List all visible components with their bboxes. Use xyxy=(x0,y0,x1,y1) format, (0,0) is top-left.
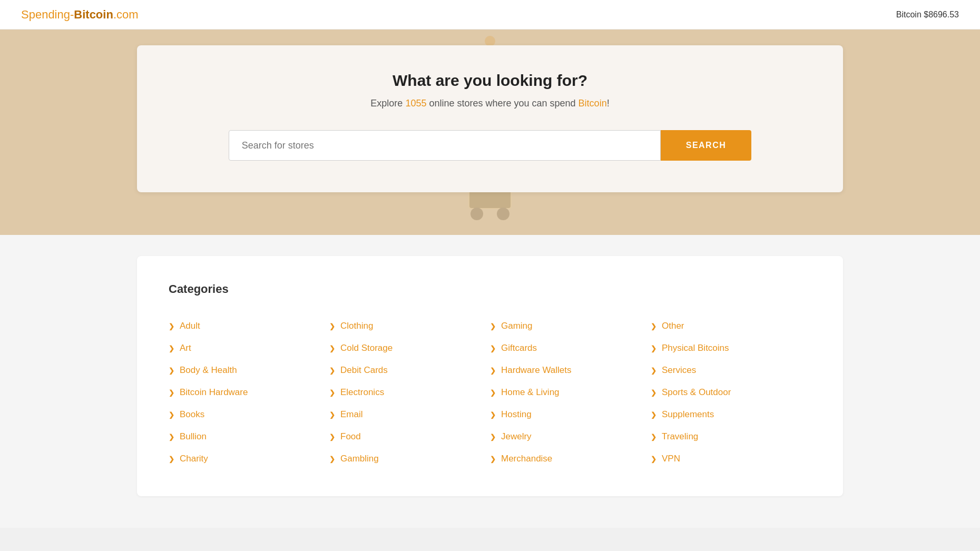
category-arrow-icon: ❯ xyxy=(169,322,174,330)
categories-grid: ❯Adult❯Art❯Body & Health❯Bitcoin Hardwar… xyxy=(169,315,811,470)
category-label: Other xyxy=(662,321,684,331)
category-arrow-icon: ❯ xyxy=(490,367,496,375)
bitcoin-label: Bitcoin xyxy=(579,98,607,109)
category-item-charity[interactable]: ❯Charity xyxy=(169,448,329,470)
subtitle-before: Explore xyxy=(370,98,405,109)
category-arrow-icon: ❯ xyxy=(490,411,496,419)
category-label: Merchandise xyxy=(501,454,552,464)
category-arrow-icon: ❯ xyxy=(329,455,335,463)
category-arrow-icon: ❯ xyxy=(651,411,656,419)
category-arrow-icon: ❯ xyxy=(329,367,335,375)
category-item-merchandise[interactable]: ❯Merchandise xyxy=(490,448,651,470)
category-label: Home & Living xyxy=(501,387,560,398)
category-item-hosting[interactable]: ❯Hosting xyxy=(490,404,651,426)
categories-title: Categories xyxy=(169,282,811,296)
category-item-traveling[interactable]: ❯Traveling xyxy=(651,426,811,448)
category-item-body---health[interactable]: ❯Body & Health xyxy=(169,359,329,381)
category-item-debit-cards[interactable]: ❯Debit Cards xyxy=(329,359,490,381)
category-item-supplements[interactable]: ❯Supplements xyxy=(651,404,811,426)
category-label: Physical Bitcoins xyxy=(662,343,729,353)
category-item-gaming[interactable]: ❯Gaming xyxy=(490,315,651,337)
hero-card: What are you looking for? Explore 1055 o… xyxy=(137,45,843,192)
svg-point-15 xyxy=(485,36,495,46)
category-item-physical-bitcoins[interactable]: ❯Physical Bitcoins xyxy=(651,337,811,359)
category-label: Sports & Outdoor xyxy=(662,387,731,398)
category-label: Bullion xyxy=(180,431,207,442)
category-label: Adult xyxy=(180,321,200,331)
category-column-0: ❯Adult❯Art❯Body & Health❯Bitcoin Hardwar… xyxy=(169,315,329,470)
category-arrow-icon: ❯ xyxy=(329,411,335,419)
category-item-sports---outdoor[interactable]: ❯Sports & Outdoor xyxy=(651,381,811,404)
category-arrow-icon: ❯ xyxy=(169,433,174,441)
hero-title: What are you looking for? xyxy=(169,72,811,90)
category-item-food[interactable]: ❯Food xyxy=(329,426,490,448)
category-item-giftcards[interactable]: ❯Giftcards xyxy=(490,337,651,359)
subtitle-after: online stores where you can spend xyxy=(426,98,578,109)
category-label: Charity xyxy=(180,454,208,464)
svg-point-9 xyxy=(497,208,509,220)
category-label: Giftcards xyxy=(501,343,537,353)
category-arrow-icon: ❯ xyxy=(329,322,335,330)
category-arrow-icon: ❯ xyxy=(169,411,174,419)
logo-com: .com xyxy=(113,8,139,21)
category-label: Jewelry xyxy=(501,431,532,442)
subtitle-end: ! xyxy=(607,98,610,109)
category-arrow-icon: ❯ xyxy=(490,322,496,330)
logo-bitcoin: Bitcoin xyxy=(74,8,113,21)
category-label: Bitcoin Hardware xyxy=(180,387,248,398)
category-label: Supplements xyxy=(662,409,714,420)
category-label: Traveling xyxy=(662,431,698,442)
category-item-jewelry[interactable]: ❯Jewelry xyxy=(490,426,651,448)
category-arrow-icon: ❯ xyxy=(651,367,656,375)
svg-point-8 xyxy=(471,208,483,220)
hero-subtitle: Explore 1055 online stores where you can… xyxy=(169,98,811,109)
category-arrow-icon: ❯ xyxy=(169,455,174,463)
category-column-2: ❯Gaming❯Giftcards❯Hardware Wallets❯Home … xyxy=(490,315,651,470)
category-arrow-icon: ❯ xyxy=(169,345,174,352)
category-arrow-icon: ❯ xyxy=(490,433,496,441)
category-label: Books xyxy=(180,409,204,420)
search-input[interactable] xyxy=(229,130,661,161)
category-item-bitcoin-hardware[interactable]: ❯Bitcoin Hardware xyxy=(169,381,329,404)
category-arrow-icon: ❯ xyxy=(651,433,656,441)
site-logo[interactable]: Spending-Bitcoin.com xyxy=(21,8,139,22)
category-label: VPN xyxy=(662,454,680,464)
category-item-email[interactable]: ❯Email xyxy=(329,404,490,426)
category-label: Electronics xyxy=(340,387,384,398)
category-label: Services xyxy=(662,365,696,376)
category-label: Email xyxy=(340,409,363,420)
category-arrow-icon: ❯ xyxy=(651,322,656,330)
bitcoin-price-value: $8696.53 xyxy=(924,10,959,19)
category-item-adult[interactable]: ❯Adult xyxy=(169,315,329,337)
category-item-vpn[interactable]: ❯VPN xyxy=(651,448,811,470)
category-arrow-icon: ❯ xyxy=(651,345,656,352)
category-item-electronics[interactable]: ❯Electronics xyxy=(329,381,490,404)
category-column-3: ❯Other❯Physical Bitcoins❯Services❯Sports… xyxy=(651,315,811,470)
category-label: Cold Storage xyxy=(340,343,393,353)
category-arrow-icon: ❯ xyxy=(329,345,335,352)
category-item-art[interactable]: ❯Art xyxy=(169,337,329,359)
category-arrow-icon: ❯ xyxy=(490,345,496,352)
category-label: Hardware Wallets xyxy=(501,365,572,376)
category-item-other[interactable]: ❯Other xyxy=(651,315,811,337)
categories-card: Categories ❯Adult❯Art❯Body & Health❯Bitc… xyxy=(137,256,843,496)
category-item-services[interactable]: ❯Services xyxy=(651,359,811,381)
category-item-home---living[interactable]: ❯Home & Living xyxy=(490,381,651,404)
category-item-books[interactable]: ❯Books xyxy=(169,404,329,426)
category-item-gambling[interactable]: ❯Gambling xyxy=(329,448,490,470)
store-count: 1055 xyxy=(405,98,426,109)
category-label: Hosting xyxy=(501,409,532,420)
category-item-bullion[interactable]: ❯Bullion xyxy=(169,426,329,448)
category-item-hardware-wallets[interactable]: ❯Hardware Wallets xyxy=(490,359,651,381)
category-label: Clothing xyxy=(340,321,373,331)
logo-spending: Spending- xyxy=(21,8,74,21)
category-item-clothing[interactable]: ❯Clothing xyxy=(329,315,490,337)
category-arrow-icon: ❯ xyxy=(169,389,174,397)
category-label: Art xyxy=(180,343,191,353)
category-arrow-icon: ❯ xyxy=(329,433,335,441)
category-label: Body & Health xyxy=(180,365,237,376)
search-button[interactable]: SEARCH xyxy=(661,130,752,161)
bitcoin-price: Bitcoin $8696.53 xyxy=(896,10,959,19)
category-item-cold-storage[interactable]: ❯Cold Storage xyxy=(329,337,490,359)
category-arrow-icon: ❯ xyxy=(651,455,656,463)
